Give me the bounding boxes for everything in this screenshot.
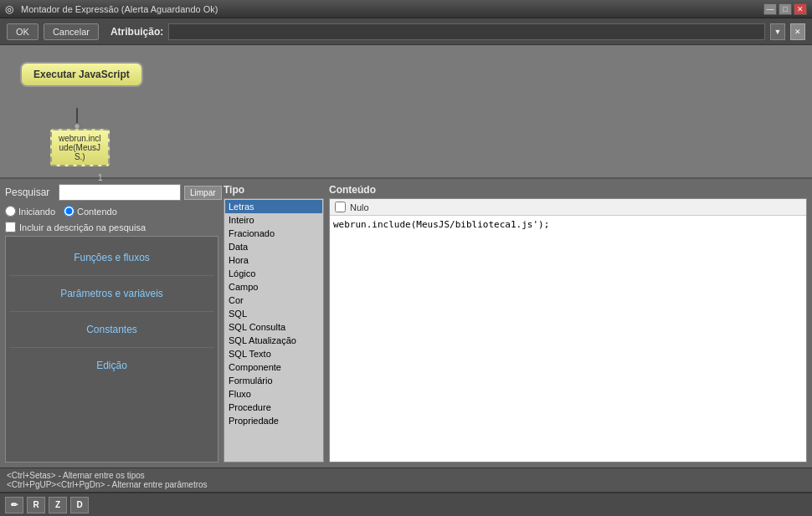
edit-icon-button[interactable]: ✏ [5, 497, 23, 513]
type-item[interactable]: SQL Texto [225, 347, 322, 360]
status-hint1: <Ctrl+Setas> - Alternar entre os tipos [7, 471, 805, 480]
type-item[interactable]: Lógico [225, 267, 322, 280]
z-button[interactable]: Z [49, 497, 67, 513]
type-item[interactable]: Formulário [225, 374, 322, 387]
r-button[interactable]: R [27, 497, 45, 513]
bottom-bar: ✏ R Z D [0, 493, 812, 516]
maximize-button[interactable]: □ [779, 3, 792, 15]
title-bar: ◎ Montador de Expressão (Alerta Aguardan… [0, 0, 812, 18]
node-number: 1 [98, 173, 103, 182]
include-description-row: Incluir a descrição na pesquisa [5, 222, 218, 232]
include-description-checkbox[interactable] [5, 222, 16, 232]
left-panel: Pesquisar Limpar Iniciando Contendo Incl… [5, 184, 218, 462]
status-hint2: <Ctrl+PgUP><Ctrl+PgDn> - Alternar entre … [7, 480, 805, 489]
status-bar: <Ctrl+Setas> - Alternar entre os tipos <… [0, 467, 812, 493]
content-panel-header: Conteúdo [329, 184, 807, 196]
exec-javascript-node[interactable]: Executar JavaScript [20, 62, 143, 87]
nulo-row: Nulo [330, 199, 806, 216]
nav-buttons: Funções e fluxos Parâmetros e variáveis … [5, 236, 218, 462]
nav-edicao[interactable]: Edição [9, 348, 214, 383]
webrun-line3: S.) [75, 152, 85, 161]
main-panels: Pesquisar Limpar Iniciando Contendo Incl… [0, 179, 812, 467]
radio-contendo[interactable]: Contendo [64, 206, 117, 217]
nav-parametros-variaveis[interactable]: Parâmetros e variáveis [9, 276, 214, 312]
search-clear-button[interactable]: Limpar [184, 186, 222, 200]
ok-button[interactable]: OK [7, 23, 39, 40]
content-text-area [330, 216, 806, 462]
type-item[interactable]: Letras [225, 200, 322, 213]
attribution-label: Atribuição: [110, 26, 163, 38]
type-item[interactable]: Hora [225, 253, 322, 267]
type-panel: Tipo LetrasInteiroFracionadoDataHoraLógi… [224, 184, 324, 462]
cancel-button[interactable]: Cancelar [44, 23, 99, 40]
radio-contendo-label: Contendo [77, 207, 117, 217]
type-item[interactable]: Inteiro [225, 213, 322, 227]
nav-constantes[interactable]: Constantes [9, 312, 214, 348]
close-button[interactable]: ✕ [794, 3, 807, 15]
type-item[interactable]: SQL Consulta [225, 320, 322, 334]
toolbar: OK Cancelar Atribuição: ▼ ✕ [0, 18, 812, 45]
nav-funcoes-fluxos[interactable]: Funções e fluxos [9, 240, 214, 276]
canvas-area: Executar JavaScript webrun.incl ude(Meus… [0, 45, 812, 179]
title-text: Montador de Expressão (Alerta Aguardando… [21, 4, 763, 14]
webrun-node[interactable]: webrun.incl ude(MeusJ S.) [50, 129, 110, 166]
attribution-input[interactable] [168, 23, 765, 40]
type-item[interactable]: SQL [225, 307, 322, 320]
search-label: Pesquisar [5, 186, 55, 198]
type-item[interactable]: Data [225, 240, 322, 253]
nulo-label: Nulo [350, 202, 369, 212]
type-item[interactable]: Componente [225, 360, 322, 374]
radio-iniciando-label: Iniciando [18, 207, 55, 217]
minimize-button[interactable]: — [763, 3, 777, 15]
type-item[interactable]: Fluxo [225, 387, 322, 401]
content-textarea[interactable] [330, 216, 806, 462]
type-panel-header: Tipo [224, 184, 324, 196]
content-area: Nulo [329, 198, 807, 462]
d-button[interactable]: D [70, 497, 89, 513]
type-item[interactable]: Cor [225, 294, 322, 307]
include-description-label: Incluir a descrição na pesquisa [19, 222, 146, 232]
radio-row: Iniciando Contendo [5, 204, 218, 218]
webrun-line2: ude(MeusJ [59, 143, 100, 152]
type-item[interactable]: SQL Atualização [225, 334, 322, 347]
window-controls: — □ ✕ [763, 3, 807, 15]
webrun-line1: webrun.incl [59, 134, 101, 143]
nulo-checkbox[interactable] [335, 202, 346, 212]
attribution-clear-button[interactable]: ✕ [790, 23, 805, 40]
type-list[interactable]: LetrasInteiroFracionadoDataHoraLógicoCam… [224, 198, 324, 462]
search-row: Pesquisar Limpar [5, 184, 218, 201]
type-item[interactable]: Campo [225, 280, 322, 294]
search-input[interactable] [59, 184, 181, 201]
content-panel: Conteúdo Nulo [329, 184, 807, 462]
node-connector-line [76, 108, 78, 125]
type-item[interactable]: Fracionado [225, 227, 322, 240]
type-item[interactable]: Propriedade [225, 414, 322, 427]
attribution-dropdown-button[interactable]: ▼ [770, 23, 785, 40]
radio-iniciando[interactable]: Iniciando [5, 206, 55, 217]
app-icon: ◎ [5, 3, 17, 15]
type-item[interactable]: Procedure [225, 401, 322, 414]
